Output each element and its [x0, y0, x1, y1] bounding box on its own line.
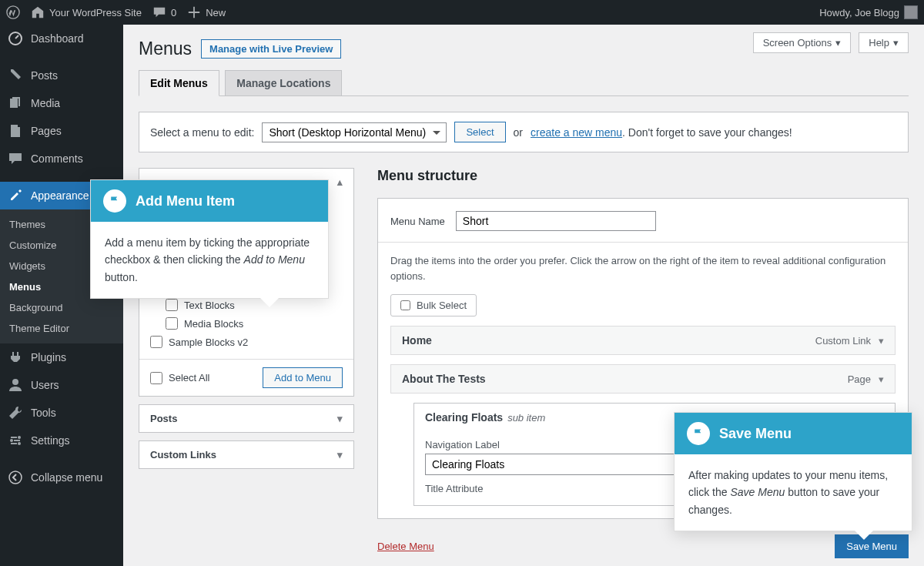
- bulk-select-checkbox[interactable]: [400, 300, 410, 310]
- screen-options-button[interactable]: Screen Options▾: [753, 32, 852, 53]
- chevron-up-icon: ▴: [337, 176, 343, 188]
- after-text: . Don't forget to save your changes!: [622, 126, 792, 139]
- or-text: or: [514, 126, 523, 139]
- page-title: Menus: [139, 39, 192, 59]
- posts-panel: Posts▾: [139, 404, 354, 433]
- sidebar-item-pages[interactable]: Pages: [0, 117, 123, 145]
- flag-icon: [687, 422, 710, 445]
- tooltip-add-menu-item: Add Menu Item Add a menu item by ticking…: [90, 179, 329, 299]
- nav-tabs: Edit Menus Manage Locations: [139, 70, 909, 96]
- help-text: Drag the items into the order you prefer…: [390, 253, 896, 283]
- select-all-checkbox[interactable]: [150, 372, 162, 384]
- checkbox-text-blocks[interactable]: [166, 299, 178, 311]
- submenu-background[interactable]: Background: [0, 297, 123, 318]
- svg-point-2: [12, 379, 18, 385]
- svg-point-5: [18, 442, 21, 445]
- bulk-select-button[interactable]: Bulk Select: [390, 294, 477, 316]
- structure-heading: Menu structure: [377, 168, 909, 184]
- wp-logo[interactable]: [6, 5, 20, 19]
- checkbox-media-blocks[interactable]: [166, 317, 178, 330]
- checkbox-label: Media Blocks: [184, 318, 243, 330]
- checkbox-label: Sample Blocks v2: [169, 337, 248, 348]
- collapse-menu[interactable]: Collapse menu: [0, 464, 123, 491]
- menu-item-title: Home: [402, 334, 432, 347]
- menu-item-about[interactable]: About The Tests Page ▾: [390, 364, 896, 394]
- select-all-label: Select All: [169, 372, 209, 383]
- sidebar-item-media[interactable]: Media: [0, 89, 123, 117]
- chevron-down-icon[interactable]: ▾: [879, 335, 884, 347]
- delete-menu-link[interactable]: Delete Menu: [377, 541, 434, 552]
- menu-selector-bar: Select a menu to edit: Short (Desktop Ho…: [139, 112, 909, 152]
- live-preview-button[interactable]: Manage with Live Preview: [201, 39, 341, 59]
- submenu-theme-editor[interactable]: Theme Editor: [0, 318, 123, 339]
- create-menu-link[interactable]: create a new menu: [531, 126, 622, 139]
- site-link[interactable]: Your WordPress Site: [31, 5, 142, 19]
- sub-item-label: sub item: [507, 412, 545, 424]
- new-link[interactable]: New: [187, 5, 226, 19]
- menu-item-home[interactable]: Home Custom Link ▾: [390, 326, 896, 355]
- tooltip-save-menu: Save Menu After making updates to your m…: [674, 412, 912, 531]
- chevron-down-icon[interactable]: ▾: [879, 373, 884, 385]
- menu-item-title: About The Tests: [402, 373, 486, 385]
- admin-bar: Your WordPress Site 0 New Howdy, Joe Blo…: [0, 0, 924, 25]
- svg-point-0: [7, 6, 19, 18]
- comments-link[interactable]: 0: [152, 5, 176, 19]
- menu-select[interactable]: Short (Desktop Horizontal Menu): [262, 122, 447, 142]
- menu-item-type: Page: [848, 373, 871, 385]
- panel-toggle-posts[interactable]: Posts▾: [139, 405, 353, 432]
- help-button[interactable]: Help▾: [859, 32, 909, 53]
- menu-item-title: Clearing Floats: [425, 411, 503, 424]
- sidebar-item-tools[interactable]: Tools: [0, 399, 123, 427]
- sidebar-item-posts[interactable]: Posts: [0, 62, 123, 89]
- tab-manage-locations[interactable]: Manage Locations: [225, 70, 342, 95]
- chevron-down-icon: ▾: [337, 449, 343, 461]
- tab-edit-menus[interactable]: Edit Menus: [139, 70, 219, 96]
- chevron-down-icon: ▾: [337, 413, 343, 424]
- sidebar-item-dashboard[interactable]: Dashboard: [0, 25, 123, 52]
- chevron-down-icon: ▾: [893, 37, 899, 49]
- add-to-menu-button[interactable]: Add to Menu: [263, 367, 343, 388]
- menu-name-input[interactable]: [456, 211, 656, 231]
- avatar: [904, 5, 918, 19]
- select-button[interactable]: Select: [454, 122, 505, 142]
- select-label: Select a menu to edit:: [150, 126, 254, 139]
- panel-toggle-custom-links[interactable]: Custom Links▾: [139, 441, 353, 468]
- checkbox-label: Text Blocks: [184, 300, 235, 311]
- menu-item-type: Custom Link: [815, 335, 871, 347]
- checkbox-sample-blocks-v2[interactable]: [150, 336, 162, 348]
- custom-links-panel: Custom Links▾: [139, 440, 354, 469]
- sidebar-item-settings[interactable]: Settings: [0, 427, 123, 454]
- svg-point-3: [18, 436, 21, 439]
- svg-point-6: [9, 471, 22, 484]
- sidebar-item-plugins[interactable]: Plugins: [0, 343, 123, 371]
- sidebar-item-comments[interactable]: Comments: [0, 145, 123, 172]
- greeting[interactable]: Howdy, Joe Blogg: [819, 5, 918, 19]
- sidebar-item-users[interactable]: Users: [0, 371, 123, 399]
- flag-icon: [103, 189, 126, 213]
- svg-point-4: [10, 439, 13, 442]
- menu-name-label: Menu Name: [390, 216, 445, 227]
- chevron-down-icon: ▾: [835, 37, 841, 49]
